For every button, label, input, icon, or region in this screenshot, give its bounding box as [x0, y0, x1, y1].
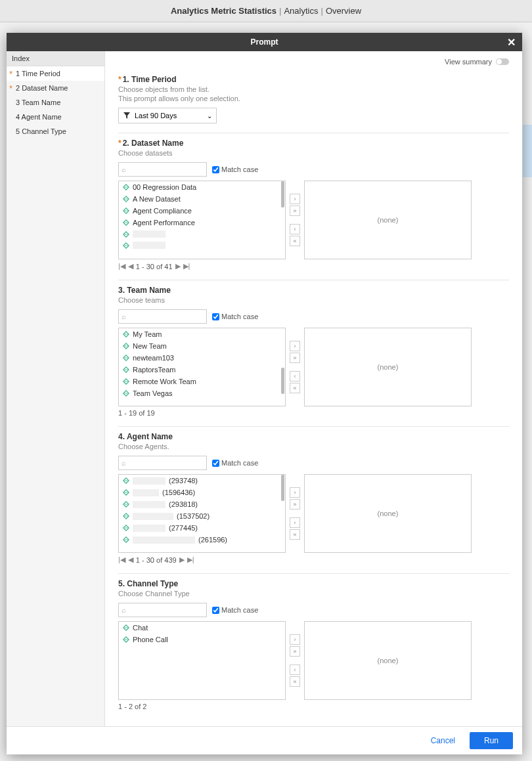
breadcrumb-part-2: Overview — [326, 6, 361, 16]
breadcrumb-sep: | — [321, 6, 322, 16]
page-breadcrumb: Analytics Metric Statistics | Analytics … — [0, 0, 532, 22]
breadcrumb-sep: | — [279, 6, 281, 16]
breadcrumb-part-1: Analytics — [284, 6, 318, 16]
breadcrumb-part-0: Analytics Metric Statistics — [171, 6, 277, 16]
